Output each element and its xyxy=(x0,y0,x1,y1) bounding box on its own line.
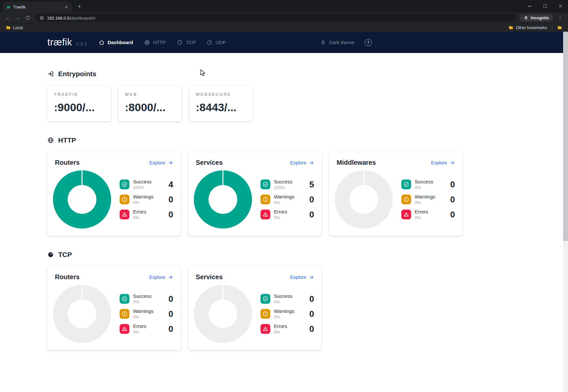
stat-count: 0 xyxy=(309,210,314,220)
stat-label: Errors xyxy=(274,323,306,329)
incognito-icon xyxy=(524,15,528,20)
explore-link[interactable]: Explore xyxy=(290,160,314,165)
arrow-right-icon xyxy=(309,160,314,165)
explore-link[interactable]: Explore xyxy=(431,160,455,165)
stat-count: 0 xyxy=(450,210,455,220)
site-globe-icon xyxy=(40,16,44,20)
other-bookmarks[interactable]: Other bookmarks xyxy=(507,25,549,31)
window-minimize-button[interactable] xyxy=(522,0,537,12)
scrollbar-thumb[interactable] xyxy=(563,32,568,241)
errors-row: Errors0% 0 xyxy=(260,209,314,221)
error-icon xyxy=(120,210,129,219)
stat-percent: 0% xyxy=(415,215,447,220)
folder-icon xyxy=(557,25,562,30)
errors-row: Errors0% 0 xyxy=(260,323,314,335)
stat-percent: 100% xyxy=(133,185,165,190)
stat-label: Warnings xyxy=(415,194,447,199)
bookmark-local[interactable]: Local xyxy=(4,25,25,31)
stat-percent: 0% xyxy=(274,299,306,304)
bookmark-label: Local xyxy=(13,26,23,30)
nav-udp[interactable]: UDP xyxy=(207,40,226,45)
help-button[interactable]: ? xyxy=(365,39,372,46)
other-bookmarks-label: Other bookmarks xyxy=(516,26,547,30)
nav-dashboard[interactable]: Dashboard xyxy=(99,40,133,45)
warning-icon xyxy=(260,195,270,204)
dark-theme-toggle[interactable]: Dark theme xyxy=(320,40,354,45)
explore-label: Explore xyxy=(431,160,447,165)
arrow-right-icon xyxy=(309,275,314,280)
browser-menu-button[interactable]: ⋮ xyxy=(556,13,565,23)
hidden-bookmarks-button[interactable] xyxy=(555,25,564,31)
stat-count: 0 xyxy=(309,195,314,205)
dashboard-content: Entrypoints TRAEFIK :9000/... WEB :8000/… xyxy=(0,53,563,350)
error-icon xyxy=(260,210,270,219)
entrypoint-card-traefik: TRAEFIK :9000/... xyxy=(47,86,111,121)
traefik-logo: træfik xyxy=(47,37,72,48)
folder-icon xyxy=(6,25,11,30)
back-button[interactable]: ← xyxy=(3,13,12,23)
folder-icon xyxy=(509,25,513,30)
incognito-badge: Incognito xyxy=(520,14,553,22)
warning-icon xyxy=(120,195,129,204)
explore-link[interactable]: Explore xyxy=(290,275,314,280)
tab-title: Traefik xyxy=(13,5,60,9)
explore-link[interactable]: Explore xyxy=(149,160,173,165)
tcp-cards: Routers Explore Success0% 0 xyxy=(47,266,563,350)
explore-label: Explore xyxy=(290,160,306,165)
new-tab-button[interactable]: + xyxy=(75,3,84,10)
stat-count: 0 xyxy=(309,324,314,334)
entrypoint-name: TRAEFIK xyxy=(54,92,104,97)
warning-icon xyxy=(120,309,129,319)
http-middlewares-card: Middlewares Explore Success0% 0 xyxy=(329,152,462,236)
url-path: /dashboard/#/ xyxy=(70,16,96,21)
warnings-row: Warnings0% 0 xyxy=(120,194,173,206)
errors-row: Errors0% 0 xyxy=(120,323,173,335)
http-services-card: Services Explore Success100% 5 xyxy=(188,152,322,236)
nav-label: HTTP xyxy=(153,40,166,45)
success-row: Success0% 0 xyxy=(260,293,314,305)
nav-http[interactable]: HTTP xyxy=(144,40,166,45)
section-title: TCP xyxy=(58,251,72,259)
stat-count: 0 xyxy=(169,195,173,205)
card-title: Services xyxy=(196,273,223,281)
tcp-services-card: Services Explore Success0% 0 xyxy=(188,266,322,350)
page-scrollbar[interactable] xyxy=(563,32,568,392)
entrypoint-name: WEB xyxy=(125,92,175,97)
stats-list: Success0% 0 Warnings0% 0 Errors0% xyxy=(120,290,173,338)
stat-count: 0 xyxy=(169,324,173,334)
error-icon xyxy=(401,210,411,219)
window-close-button[interactable]: ✕ xyxy=(553,0,568,12)
bookmarks-divider xyxy=(552,25,552,30)
reload-button[interactable] xyxy=(23,13,32,23)
stat-percent: 0% xyxy=(133,299,165,304)
stat-label: Warnings xyxy=(133,194,165,199)
tcp-routers-card: Routers Explore Success0% 0 xyxy=(47,266,181,350)
stat-percent: 100% xyxy=(274,185,306,190)
window-maximize-button[interactable] xyxy=(537,0,553,12)
error-icon xyxy=(120,324,129,334)
stats-list: Success0% 0 Warnings0% 0 Errors0% xyxy=(401,176,455,224)
warnings-row: Warnings0% 0 xyxy=(260,194,314,206)
errors-row: Errors0% 0 xyxy=(401,209,455,221)
nav-tcp[interactable]: TCP xyxy=(177,40,195,45)
globe-icon xyxy=(47,137,54,144)
gauge-icon xyxy=(47,251,54,258)
incognito-label: Incognito xyxy=(531,16,549,20)
minimize-icon xyxy=(528,6,531,7)
empty-donut-chart xyxy=(53,285,111,343)
stat-percent: 0% xyxy=(274,330,306,334)
success-row: Success0% 0 xyxy=(120,293,173,305)
traefik-dashboard: træfik 2.3.3 Dashboard HTTP TCP UDP xyxy=(0,32,563,350)
home-icon xyxy=(99,40,105,45)
empty-donut-chart xyxy=(335,170,393,229)
forward-button[interactable]: → xyxy=(13,13,22,23)
stat-count: 0 xyxy=(450,195,455,205)
browser-tab[interactable]: æ Traefik ✕ xyxy=(3,2,72,12)
address-bar[interactable]: 192.168.0.5/dashboard/#/ xyxy=(35,14,516,22)
tcp-heading: TCP xyxy=(47,251,563,259)
card-title: Middlewares xyxy=(337,159,376,166)
entrypoint-port: :9000/... xyxy=(54,101,104,114)
tab-close-icon[interactable]: ✕ xyxy=(63,4,69,10)
explore-link[interactable]: Explore xyxy=(149,275,173,280)
reload-icon xyxy=(25,15,30,20)
